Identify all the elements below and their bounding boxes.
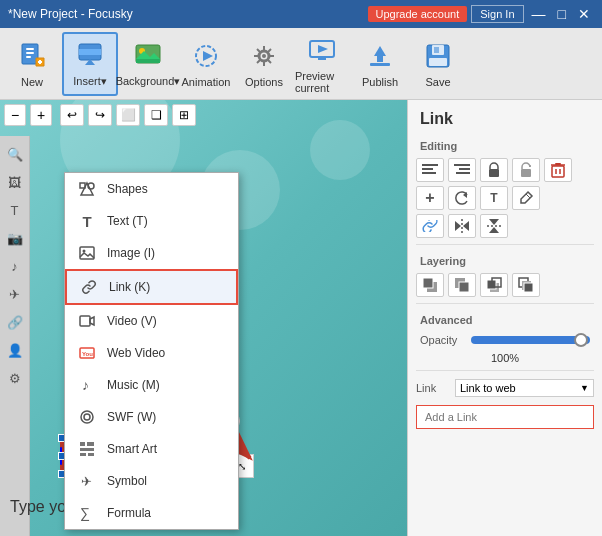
frame-button[interactable]: ⊞ <box>172 104 196 126</box>
sidebar-link[interactable]: 🔗 <box>2 310 28 334</box>
formula-label: Formula <box>107 506 151 520</box>
deco-circle-4 <box>310 120 370 180</box>
sidebar-zoom-in[interactable]: 🔍 <box>2 142 28 166</box>
flip-v-btn[interactable] <box>480 214 508 238</box>
link-type-value: Link to web <box>460 382 516 394</box>
opacity-thumb <box>574 333 588 347</box>
app-title: *New Project - Focusky <box>8 7 133 21</box>
menu-item-swf[interactable]: SWF (W) <box>65 401 238 433</box>
preview-icon <box>306 34 338 66</box>
menu-item-image[interactable]: Image (I) <box>65 237 238 269</box>
toolbar-preview[interactable]: Preview current <box>294 32 350 96</box>
zoom-out-button[interactable]: − <box>4 104 26 126</box>
menu-item-shapes[interactable]: Shapes <box>65 173 238 205</box>
image-label: Image (I) <box>107 246 155 260</box>
svg-rect-82 <box>459 282 469 292</box>
minimize-button[interactable]: — <box>528 7 550 21</box>
lock-btn[interactable] <box>480 158 508 182</box>
delete-btn[interactable] <box>544 158 572 182</box>
link-btn[interactable] <box>416 214 444 238</box>
svg-point-50 <box>84 414 90 420</box>
link-dropdown-arrow: ▼ <box>580 383 589 393</box>
menu-item-video[interactable]: Video (V) <box>65 305 238 337</box>
sidebar-arrow[interactable]: ✈ <box>2 282 28 306</box>
svg-rect-62 <box>459 168 470 170</box>
svg-point-17 <box>262 54 266 58</box>
menu-item-music[interactable]: ♪ Music (M) <box>65 369 238 401</box>
menu-item-formula[interactable]: ∑ Formula <box>65 497 238 529</box>
publish-label: Publish <box>362 76 398 88</box>
url-input[interactable] <box>416 405 594 429</box>
svg-line-22 <box>257 49 260 52</box>
send-back-btn[interactable] <box>448 273 476 297</box>
svg-rect-35 <box>434 47 439 53</box>
menu-item-smartart[interactable]: Smart Art <box>65 433 238 465</box>
svg-rect-36 <box>429 58 447 66</box>
unlock-btn[interactable] <box>512 158 540 182</box>
bring-front-btn[interactable] <box>416 273 444 297</box>
link-type-select[interactable]: Link to web ▼ <box>455 379 594 397</box>
svg-rect-42 <box>80 247 94 259</box>
redo-button[interactable]: ↪ <box>88 104 112 126</box>
sidebar-user[interactable]: 👤 <box>2 338 28 362</box>
flip-h-btn[interactable] <box>448 214 476 238</box>
svg-line-24 <box>268 49 271 52</box>
canvas-toolbar: ↩ ↪ ⬜ ❑ ⊞ <box>60 104 196 126</box>
sidebar-image[interactable]: 🖼 <box>2 170 28 194</box>
toolbar-background[interactable]: Background▾ <box>120 32 176 96</box>
toolbar-options[interactable]: Options <box>236 32 292 96</box>
toolbar-insert[interactable]: Insert▾ <box>62 32 118 96</box>
symbol-label: Symbol <box>107 474 147 488</box>
svg-rect-80 <box>423 278 433 288</box>
eyedrop-btn[interactable] <box>512 186 540 210</box>
menu-item-link[interactable]: Link (K) <box>65 269 238 305</box>
svg-marker-45 <box>90 317 94 325</box>
menu-item-webvideo[interactable]: You Web Video <box>65 337 238 369</box>
copy-button[interactable]: ❑ <box>144 104 168 126</box>
sidebar-text[interactable]: T <box>2 198 28 222</box>
text-style-btn[interactable]: T <box>480 186 508 210</box>
sidebar-gear[interactable]: ⚙ <box>2 366 28 390</box>
link-icon <box>79 277 99 297</box>
select-all-button[interactable]: ⬜ <box>116 104 140 126</box>
panel-title: Link <box>408 100 602 134</box>
options-label: Options <box>245 76 283 88</box>
svg-rect-59 <box>422 168 433 170</box>
svg-rect-13 <box>136 59 160 63</box>
close-button[interactable]: ✕ <box>574 7 594 21</box>
toolbar-animation[interactable]: Animation <box>178 32 234 96</box>
svg-marker-78 <box>489 227 499 233</box>
toolbar-publish[interactable]: Publish <box>352 32 408 96</box>
upgrade-button[interactable]: Upgrade account <box>368 6 468 22</box>
signin-button[interactable]: Sign In <box>471 5 523 23</box>
swf-label: SWF (W) <box>107 410 156 424</box>
toolbar-save[interactable]: Save <box>410 32 466 96</box>
main-area: − + ↩ ↪ ⬜ ❑ ⊞ 🔍 🖼 T 📷 ♪ ✈ 🔗 👤 ⚙ <box>0 100 602 536</box>
menu-item-text[interactable]: T Text (T) <box>65 205 238 237</box>
maximize-button[interactable]: □ <box>554 7 570 21</box>
align-left-btn[interactable] <box>416 158 444 182</box>
svg-rect-8 <box>79 49 101 55</box>
opacity-slider[interactable] <box>471 336 590 344</box>
rotate-btn[interactable] <box>448 186 476 210</box>
zoom-in-button[interactable]: + <box>30 104 52 126</box>
save-icon <box>422 40 454 72</box>
svg-rect-64 <box>489 169 499 177</box>
sidebar-photo[interactable]: 📷 <box>2 226 28 250</box>
svg-rect-31 <box>377 55 383 62</box>
new-label: New <box>21 76 43 88</box>
align-right-btn[interactable] <box>448 158 476 182</box>
undo-button[interactable]: ↩ <box>60 104 84 126</box>
title-bar: *New Project - Focusky Upgrade account S… <box>0 0 602 28</box>
bring-forward-btn[interactable] <box>480 273 508 297</box>
canvas-area: − + ↩ ↪ ⬜ ❑ ⊞ 🔍 🖼 T 📷 ♪ ✈ 🔗 👤 ⚙ <box>0 100 407 536</box>
layering-section-title: Layering <box>408 249 602 271</box>
toolbar-new[interactable]: New <box>4 32 60 96</box>
menu-item-symbol[interactable]: ✈ Symbol <box>65 465 238 497</box>
send-backward-btn[interactable] <box>512 273 540 297</box>
svg-rect-51 <box>80 442 85 446</box>
sidebar-music[interactable]: ♪ <box>2 254 28 278</box>
add-btn[interactable]: + <box>416 186 444 210</box>
swf-icon <box>77 407 97 427</box>
svg-rect-52 <box>87 442 94 446</box>
